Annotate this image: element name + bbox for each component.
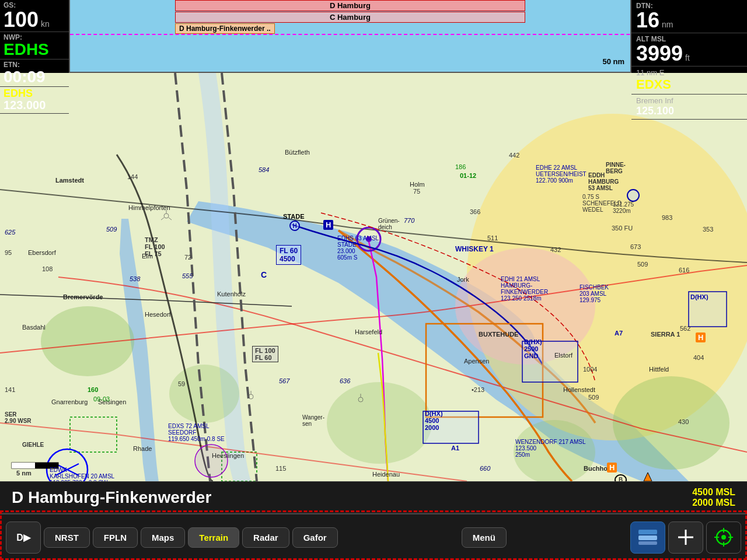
elev-59: 59 <box>178 380 185 387</box>
zoom-icon <box>675 527 696 548</box>
edhe-info: EDHE 22 AMSLUETERSEN/HEIST122.700 900m <box>536 164 587 184</box>
label-himmelpforten: Himmelpforten <box>128 204 170 211</box>
elev-350fu: 350 FU <box>612 225 633 232</box>
buchholz-symbol: B <box>615 474 627 481</box>
elev-430: 430 <box>678 418 689 425</box>
label-rhade: Rhade <box>133 445 152 452</box>
apt-dir-cell: 11 nm E EDXS <box>631 66 747 94</box>
svg-rect-9 <box>222 452 257 481</box>
svg-rect-35 <box>12 463 58 468</box>
gs-unit: kn <box>41 19 50 29</box>
scale-label: 50 nm <box>602 57 624 66</box>
menu-button[interactable]: Menü <box>462 527 507 548</box>
svg-line-25 <box>169 218 172 220</box>
dhx-right: D(HX) <box>690 293 708 300</box>
elev-115: 115 <box>275 465 286 472</box>
label-bremervoerde: Bremervörde <box>63 293 103 300</box>
radar-button[interactable]: Radar <box>242 527 289 548</box>
svg-point-38 <box>195 444 228 477</box>
alt-cell: ALT MSL 3999 ft <box>631 33 747 66</box>
apt-dir: 11 nm E <box>636 68 742 77</box>
terrain-button[interactable]: Terrain <box>188 527 239 548</box>
elev-75: 75 <box>413 188 420 195</box>
freq-cell: EDHS 123.000 <box>0 87 69 114</box>
svg-rect-20 <box>423 411 479 443</box>
elev-616: 616 <box>679 267 689 274</box>
label-holdenau: Heidenau <box>372 471 400 478</box>
svg-point-14 <box>366 236 372 242</box>
elev-770: 770 <box>404 217 414 224</box>
zoom-btn[interactable] <box>668 522 703 554</box>
apt-id: EDXS <box>636 77 742 92</box>
dtn-unit: nm <box>662 20 673 29</box>
gs-value: 100 <box>4 9 39 30</box>
edwk-info: EDWKKARLSHOFEN 20 AMSL118.925 700m 0.8 S… <box>50 467 114 481</box>
apt-info-cell: Bremen Inf 125.100 <box>631 94 747 120</box>
nwp-value: EDHS <box>4 41 65 58</box>
svg-point-28 <box>249 394 253 399</box>
svg-text:H: H <box>292 223 296 229</box>
elev-625: 625 <box>5 229 15 236</box>
info-bar-title: D Hamburg-Finkenwerder <box>12 488 211 507</box>
svg-point-5 <box>613 376 729 470</box>
label-gnarrenburg: Gnarrenburg <box>51 398 88 405</box>
nrst-button[interactable]: NRST <box>44 527 90 548</box>
hospital-buchholz: H <box>607 463 617 473</box>
gs-cell: GS: 100 kn <box>0 0 69 32</box>
label-elm: Elm <box>142 253 153 260</box>
eddh-info: EDDHHAMBURG53 AMSL <box>588 172 619 191</box>
label-buchholz: Buchholz <box>584 465 613 472</box>
svg-point-22 <box>164 214 169 218</box>
label-hittfeld: Hittfeld <box>649 366 669 373</box>
pinneberg-label: PINNE-BERG <box>606 162 626 174</box>
schenefeld-info: 0.75 SSCHENEFELDWEDEL <box>582 194 622 213</box>
gps-btn[interactable] <box>706 522 741 554</box>
freq-value: 123.000 <box>4 99 65 112</box>
rwy-09-03: 09-03 <box>93 396 110 402</box>
dtn-cell: DTN: 16 nm <box>631 0 747 33</box>
elev-584: 584 <box>259 166 269 173</box>
a1-label: A1 <box>451 444 459 452</box>
svg-point-6 <box>514 420 595 481</box>
svg-rect-41 <box>638 541 657 545</box>
map-layers-btn[interactable] <box>630 522 665 554</box>
elev-404: 404 <box>693 354 704 361</box>
svg-rect-21 <box>689 292 727 327</box>
waypoint-btn[interactable]: D▶ <box>6 522 41 554</box>
hud-right-panel: DTN: 16 nm ALT MSL 3999 ft 11 nm E EDXS … <box>630 0 747 73</box>
svg-rect-36 <box>12 463 35 468</box>
label-butzfleth: Bützfleth <box>285 149 310 156</box>
scale-bar-label: 5 nm <box>16 470 32 477</box>
maps-button[interactable]: Maps <box>141 527 185 548</box>
svg-point-3 <box>169 365 239 423</box>
etn-cell: ETN: 00:09 <box>0 60 69 87</box>
elev-509-2: 509 <box>637 261 648 268</box>
tmz-label: TMZFL 100FL 75 <box>145 236 165 257</box>
label-wangersen: Wanger-sen <box>302 414 324 427</box>
map-area[interactable]: H Lamstedt Himmelpforten Ebersdorf Breme… <box>0 73 747 481</box>
alt1-label: 4500 MSL <box>692 487 735 498</box>
label-jork: Jork <box>457 276 469 283</box>
elev-509-3: 509 <box>588 394 599 401</box>
gafor-button[interactable]: Gafor <box>292 527 338 548</box>
hud-left-panel: GS: 100 kn NWP: EDHS ETN: 00:09 EDHS 123… <box>0 0 70 73</box>
dhx-4500-2000: D(HX)45002000 <box>425 410 443 431</box>
label-heeslingen: Heeslingen <box>212 452 244 459</box>
gps-icon <box>713 527 734 548</box>
label-apensen: Apensen <box>464 358 489 365</box>
hospital-stade: H <box>323 220 333 230</box>
nwp-cell: NWP: EDHS <box>0 32 69 60</box>
apt-freq: 125.100 <box>636 105 742 117</box>
layers-icon <box>637 528 658 546</box>
airspace-fl60-4500: FL 604500 <box>276 245 301 265</box>
svg-rect-37 <box>35 463 58 468</box>
label-basdahl: Basdahl <box>22 324 46 331</box>
svg-point-45 <box>721 535 726 540</box>
svg-line-17 <box>55 464 79 475</box>
airspace-d2-strip: D Hamburg-Finkenwerder .. <box>175 23 275 34</box>
elev-555: 555 <box>182 272 193 279</box>
elev-1004: 1004 <box>583 366 597 373</box>
elev-432: 432 <box>550 246 561 253</box>
fpln-button[interactable]: FPLN <box>93 527 138 548</box>
airspace-c-strip: C Hamburg <box>175 12 525 23</box>
